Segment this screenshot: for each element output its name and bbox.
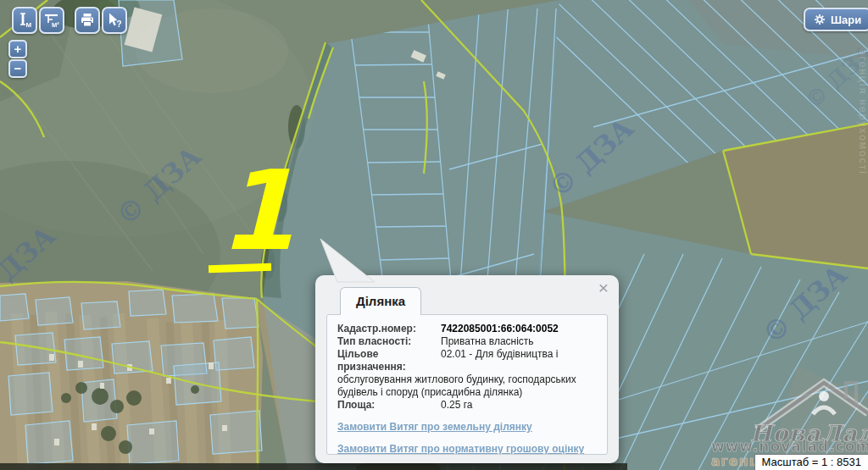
layers-label: Шари — [831, 14, 861, 26]
measure-area-button[interactable]: М² — [39, 7, 64, 34]
zoom-out-button[interactable]: − — [8, 59, 27, 78]
field-ownership-type: Тип власності:Приватна власність — [337, 335, 597, 348]
identify-cursor-icon: ? — [105, 11, 124, 30]
svg-text:М: М — [26, 21, 32, 29]
link-order-extract-parcel[interactable]: Замовити Витяг про земельну ділянку — [337, 421, 597, 434]
print-icon — [78, 11, 97, 30]
gear-icon — [814, 14, 826, 25]
link-order-extract-valuation[interactable]: Замовити Витяг про нормативну грошову оц… — [337, 443, 597, 455]
popup-body: Кадастр.номер:7422085001:66:064:0052 Тип… — [326, 314, 608, 455]
scale-indicator: Масштаб = 1 : 8531 — [754, 454, 868, 470]
svg-text:www.novalad.com.ua: www.novalad.com.ua — [711, 438, 868, 455]
svg-text:1: 1 — [219, 147, 295, 275]
svg-text:М²: М² — [52, 21, 59, 29]
svg-text:?: ? — [117, 19, 122, 29]
popup-callout-pointer — [305, 229, 390, 288]
agency-vertical-watermark: агенція нерухомості — [857, 49, 868, 175]
field-cadastral-number: Кадастр.номер:7422085001:66:064:0052 — [337, 323, 597, 335]
brand-person-icon — [819, 391, 829, 401]
layers-button[interactable]: Шари — [804, 8, 868, 31]
tab-parcel[interactable]: Ділянка — [340, 287, 421, 315]
field-designated-purpose: Цільове призначення:02.01 - Для будівниц… — [337, 348, 597, 399]
field-area: Площа:0.25 га — [337, 399, 597, 412]
print-button[interactable] — [75, 7, 100, 34]
marker-1: 1 — [209, 147, 296, 275]
measure-length-button[interactable]: М — [12, 7, 37, 34]
identify-button[interactable]: ? — [102, 7, 127, 34]
close-icon[interactable]: × — [598, 279, 609, 296]
measure-length-icon: М — [15, 11, 34, 30]
zoom-in-button[interactable]: + — [8, 40, 27, 58]
measure-area-icon: М² — [42, 11, 61, 30]
cadastral-map-app: © ДЗА © ДЗА © ДЗА © ДЗА © ДЗА агенція не… — [0, 0, 868, 470]
parcel-info-popup: × Ділянка Кадастр.номер:7422085001:66:06… — [315, 275, 619, 463]
